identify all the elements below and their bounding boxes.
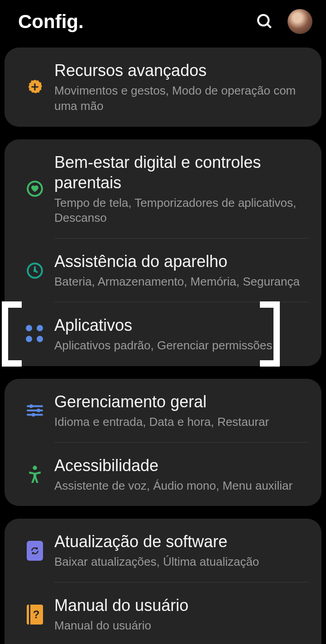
- item-title: Gerenciamento geral: [54, 391, 311, 412]
- item-title: Bem-estar digital e controles parentais: [54, 152, 311, 193]
- settings-group: Gerenciamento geral Idioma e entrada, Da…: [5, 379, 321, 506]
- item-subtitle: Bateria, Armazenamento, Memória, Seguran…: [54, 274, 311, 290]
- item-subtitle: Tempo de tela, Temporizadores de aplicat…: [54, 196, 311, 226]
- svg-point-4: [34, 269, 36, 272]
- accessibility-icon: [26, 465, 43, 484]
- item-title: Assistência do aparelho: [54, 251, 311, 272]
- item-subtitle: Manual do usuário: [54, 618, 311, 634]
- item-title: Atualização de software: [54, 531, 311, 552]
- item-subtitle: Baixar atualizações, Última atualização: [54, 554, 311, 570]
- wellbeing-icon: [26, 180, 43, 197]
- item-title: Aplicativos: [54, 315, 311, 335]
- item-advanced-features[interactable]: Recursos avançados Movimentos e gestos, …: [5, 48, 321, 127]
- item-subtitle: Aplicativos padrão, Gerenciar permissões: [54, 338, 311, 353]
- item-software-update[interactable]: Atualização de software Baixar atualizaç…: [5, 519, 321, 582]
- svg-point-6: [29, 405, 33, 408]
- item-apps[interactable]: Aplicativos Aplicativos padrão, Gerencia…: [5, 302, 321, 366]
- svg-point-0: [258, 15, 268, 25]
- item-subtitle: Assistente de voz, Áudio mono, Menu auxi…: [54, 478, 311, 494]
- settings-group: Bem-estar digital e controles parentais …: [5, 139, 321, 366]
- item-title: Manual do usuário: [54, 595, 311, 615]
- svg-line-1: [267, 24, 271, 28]
- svg-point-8: [37, 409, 40, 412]
- page-title: Config.: [18, 11, 84, 33]
- item-subtitle: Idioma e entrada, Data e hora, Restaurar: [54, 415, 311, 430]
- item-user-manual[interactable]: ? Manual do usuário Manual do usuário: [5, 582, 321, 644]
- search-icon: [256, 13, 274, 31]
- svg-point-10: [32, 413, 35, 417]
- item-subtitle: Movimentos e gestos, Modo de operação co…: [54, 83, 311, 114]
- profile-avatar[interactable]: [288, 9, 312, 34]
- item-digital-wellbeing[interactable]: Bem-estar digital e controles parentais …: [5, 139, 321, 239]
- svg-point-11: [33, 466, 37, 470]
- update-icon: [27, 541, 43, 561]
- item-general-management[interactable]: Gerenciamento geral Idioma e entrada, Da…: [5, 379, 321, 443]
- item-accessibility[interactable]: Acessibilidade Assistente de voz, Áudio …: [5, 443, 321, 506]
- item-title: Acessibilidade: [54, 455, 311, 476]
- settings-group: Recursos avançados Movimentos e gestos, …: [5, 48, 321, 127]
- advanced-icon: [26, 78, 43, 95]
- header-actions: [256, 9, 312, 34]
- settings-group: Atualização de software Baixar atualizaç…: [5, 519, 321, 644]
- search-button[interactable]: [256, 13, 274, 31]
- apps-icon: [26, 325, 44, 343]
- manual-icon: ?: [27, 605, 43, 625]
- settings-list: Recursos avançados Movimentos e gestos, …: [0, 48, 326, 644]
- general-icon: [26, 403, 44, 418]
- item-device-care[interactable]: Assistência do aparelho Bateria, Armazen…: [5, 239, 321, 302]
- settings-header: Config.: [0, 0, 326, 48]
- item-title: Recursos avançados: [54, 60, 311, 81]
- device-care-icon: [26, 262, 43, 279]
